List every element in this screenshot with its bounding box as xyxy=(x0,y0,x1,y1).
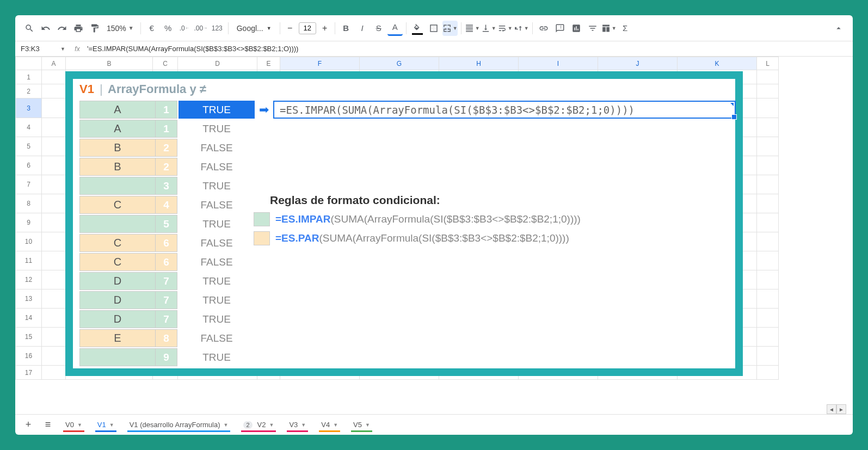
cell-c[interactable]: 7 xyxy=(156,272,177,290)
collapse-toolbar-icon[interactable] xyxy=(831,21,846,36)
row-header[interactable]: 2 xyxy=(16,84,42,98)
cell-c[interactable]: 1 xyxy=(156,120,177,138)
text-rotation-icon[interactable]: ▼ xyxy=(514,21,529,36)
cell-d[interactable]: TRUE xyxy=(178,120,255,138)
cell[interactable] xyxy=(42,175,66,194)
row-header[interactable]: 5 xyxy=(16,137,42,156)
cell-d[interactable]: TRUE xyxy=(178,272,255,290)
cell-c[interactable]: 6 xyxy=(156,253,177,271)
cell[interactable] xyxy=(757,251,779,270)
redo-icon[interactable] xyxy=(54,21,70,36)
col-header[interactable]: J xyxy=(598,57,678,70)
italic-icon[interactable]: I xyxy=(355,21,370,36)
cell-b[interactable]: D xyxy=(79,291,156,309)
row-header[interactable]: 17 xyxy=(16,366,42,380)
cell[interactable] xyxy=(757,309,779,328)
cell-c[interactable]: 1 xyxy=(156,101,177,119)
cell-c[interactable]: 8 xyxy=(156,329,177,347)
cell[interactable] xyxy=(42,84,66,98)
row-header[interactable]: 14 xyxy=(16,309,42,328)
h-align-icon[interactable]: ▼ xyxy=(465,21,480,36)
cell-c[interactable]: 4 xyxy=(156,196,177,214)
sheet-tab[interactable]: V0▼ xyxy=(59,417,89,432)
percent-icon[interactable]: % xyxy=(161,21,176,36)
col-header[interactable]: K xyxy=(678,57,757,70)
font-size-input[interactable] xyxy=(299,22,316,34)
cell[interactable] xyxy=(42,251,66,270)
row-header[interactable]: 11 xyxy=(16,251,42,270)
cell-b[interactable]: C xyxy=(79,253,156,271)
sheet-tab[interactable]: V1▼ xyxy=(91,417,121,432)
all-sheets-button[interactable]: ≡ xyxy=(39,417,57,433)
cell[interactable] xyxy=(42,70,66,84)
cell-d[interactable]: FALSE xyxy=(178,139,255,157)
cell[interactable] xyxy=(42,98,66,118)
cell[interactable] xyxy=(42,118,66,137)
name-box[interactable]: F3:K3▼ xyxy=(15,45,71,53)
chart-icon[interactable] xyxy=(569,21,584,36)
functions-icon[interactable]: Σ xyxy=(618,21,633,36)
formula-bar-input[interactable]: '=ES.IMPAR(SUMA(ArrayFormula(SI($B$3:$B3… xyxy=(84,45,853,53)
cell[interactable] xyxy=(757,366,779,380)
cell-c[interactable]: 9 xyxy=(156,348,177,366)
row-header[interactable]: 10 xyxy=(16,232,42,251)
add-sheet-button[interactable]: + xyxy=(20,417,37,433)
cell-c[interactable]: 7 xyxy=(156,310,177,328)
cell-d[interactable]: TRUE xyxy=(178,348,255,366)
cell-b[interactable]: D xyxy=(79,310,156,328)
cell-b[interactable]: B xyxy=(79,158,156,176)
cell[interactable] xyxy=(42,328,66,347)
sheet-tab[interactable]: V5▼ xyxy=(347,417,377,432)
font-size-increase[interactable]: + xyxy=(318,22,331,35)
cell[interactable] xyxy=(42,213,66,232)
row-header[interactable]: 9 xyxy=(16,213,42,232)
row-header[interactable]: 3 xyxy=(16,98,42,118)
cell[interactable] xyxy=(757,137,779,156)
comment-icon[interactable] xyxy=(552,21,568,36)
merge-cells-icon[interactable]: ▼ xyxy=(442,21,458,36)
cell-d[interactable]: FALSE xyxy=(178,234,255,252)
cell-c[interactable]: 3 xyxy=(156,177,177,195)
cell[interactable] xyxy=(757,289,779,309)
cell[interactable] xyxy=(757,328,779,347)
col-header[interactable]: A xyxy=(42,57,66,70)
cell-c[interactable]: 7 xyxy=(156,291,177,309)
increase-decimal-icon[interactable]: .00→ xyxy=(193,21,208,36)
sheet-tab[interactable]: 2V2▼ xyxy=(237,417,280,432)
font-family-select[interactable]: Googl...▼ xyxy=(232,21,276,35)
cell-b[interactable]: A xyxy=(79,101,156,119)
cell[interactable] xyxy=(42,366,66,380)
col-header[interactable]: B xyxy=(66,57,153,70)
cell-d[interactable]: FALSE xyxy=(178,158,255,176)
cell-b[interactable] xyxy=(79,177,156,195)
print-icon[interactable] xyxy=(71,21,86,36)
fill-color-icon[interactable] xyxy=(410,21,425,36)
text-wrap-icon[interactable]: ▼ xyxy=(497,21,513,36)
col-header[interactable]: L xyxy=(757,57,779,70)
row-header[interactable]: 6 xyxy=(16,156,42,175)
cell-b[interactable]: C xyxy=(79,234,156,252)
col-header[interactable]: H xyxy=(439,57,519,70)
decrease-decimal-icon[interactable]: .0← xyxy=(177,21,192,36)
col-header[interactable]: E xyxy=(257,57,280,70)
borders-icon[interactable] xyxy=(426,21,441,36)
cell-b[interactable]: E xyxy=(79,329,156,347)
cell-d[interactable]: FALSE xyxy=(178,253,255,271)
cell[interactable] xyxy=(757,98,779,118)
cell-b[interactable] xyxy=(79,215,156,233)
currency-icon[interactable]: € xyxy=(144,21,159,36)
row-header[interactable]: 16 xyxy=(16,347,42,366)
cell-d[interactable]: FALSE xyxy=(178,329,255,347)
cell[interactable] xyxy=(42,156,66,175)
row-header[interactable]: 15 xyxy=(16,328,42,347)
search-icon[interactable] xyxy=(22,21,37,36)
cell-d[interactable]: TRUE xyxy=(178,101,255,119)
col-header[interactable]: D xyxy=(178,57,257,70)
cell[interactable] xyxy=(757,270,779,289)
cell-b[interactable]: A xyxy=(79,120,156,138)
col-header[interactable]: C xyxy=(153,57,178,70)
col-header[interactable]: F xyxy=(280,57,360,70)
cell[interactable] xyxy=(757,70,779,84)
cell[interactable] xyxy=(757,194,779,213)
zoom-select[interactable]: 150%▼ xyxy=(103,24,137,33)
